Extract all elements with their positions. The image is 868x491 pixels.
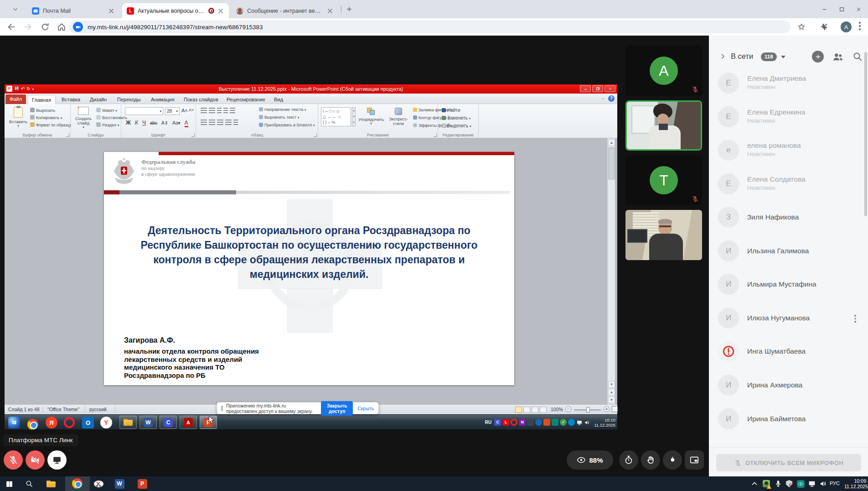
scroll-up-icon[interactable]: ▲: [608, 139, 615, 146]
forward-icon[interactable]: [23, 22, 33, 32]
ribbon-tab-insert[interactable]: Вставка: [57, 95, 84, 104]
picture-in-picture-button[interactable]: [685, 450, 704, 470]
ppt-minimize-icon[interactable]: [580, 85, 591, 92]
raise-hand-button[interactable]: [641, 450, 660, 470]
participant-row[interactable]: Е Елена Едренкина Неактивен: [709, 105, 868, 131]
paragraph-dialog-launcher[interactable]: [314, 134, 317, 137]
ribbon-tab-transitions[interactable]: Переходы: [113, 95, 145, 104]
cut-button[interactable]: Вырезать: [30, 108, 55, 113]
ppt-close-icon[interactable]: [604, 85, 615, 92]
participant-row[interactable]: И Ирина Ахмерова: [709, 373, 868, 399]
viewers-stats-pill[interactable]: 88%: [567, 450, 613, 470]
participant-row[interactable]: И Ильмира Мустафина: [709, 272, 868, 298]
copy-button[interactable]: Копировать ▾: [30, 115, 62, 120]
quick-access-toolbar[interactable]: P ↶ ↻ ▾: [6, 86, 34, 93]
new-tab-button[interactable]: [346, 5, 353, 13]
home-icon[interactable]: [57, 22, 67, 32]
search-participants-icon[interactable]: [852, 51, 863, 62]
tray-network-icon[interactable]: [808, 480, 816, 488]
tray-app3-icon[interactable]: [543, 419, 550, 426]
undo-icon[interactable]: ↶: [21, 86, 25, 93]
video-tile-participant-office[interactable]: [625, 210, 702, 260]
ribbon-tab-design[interactable]: Дизайн: [86, 95, 111, 104]
quick-styles-button[interactable]: Экспресс-стили: [385, 108, 412, 126]
ribbon-tab-home[interactable]: Главная: [27, 95, 56, 104]
replace-button[interactable]: Заменить ▾: [442, 115, 470, 120]
notice-drag-handle[interactable]: [221, 406, 223, 411]
slide-sorter-view-button[interactable]: [523, 407, 530, 413]
opera-taskbar-icon[interactable]: [64, 417, 75, 428]
tray-network-icon[interactable]: [576, 419, 583, 426]
scroll-thumb[interactable]: [608, 147, 615, 179]
tray-defender-icon[interactable]: ✕: [785, 480, 793, 488]
address-bar[interactable]: my.mts-link.ru/j/49829011/7136248397/str…: [69, 21, 790, 33]
smartart-button[interactable]: Преобразовать в SmartArt ▾: [259, 123, 315, 127]
people-icon[interactable]: [832, 51, 844, 63]
layout-button[interactable]: Макет ▾: [96, 108, 117, 113]
text-direction-button[interactable]: Направление текста ▾: [259, 107, 306, 112]
mute-all-button[interactable]: ОТКЛЮЧИТЬ ВСЕМ МИКРОФОН: [716, 454, 861, 471]
participant-row[interactable]: И Ильзина Галимова: [709, 239, 868, 265]
taskbar-chrome-icon[interactable]: [72, 478, 83, 489]
participant-row[interactable]: Е Елена Дмитриева Неактивен: [709, 71, 868, 97]
ribbon-tab-view[interactable]: Вид: [270, 95, 287, 104]
tab-close-icon[interactable]: [108, 7, 115, 15]
ribbon-tab-animation[interactable]: Анимация: [147, 95, 179, 104]
browser-menu-icon[interactable]: [859, 22, 861, 32]
tray-volume-icon[interactable]: [819, 480, 827, 488]
arrange-button[interactable]: Упорядочить▾: [358, 108, 384, 125]
font-style-buttons[interactable]: ЖКЧabcA⇕Аа▾А: [126, 120, 192, 127]
tray-notion-icon[interactable]: N: [519, 419, 526, 426]
participant-row[interactable]: З Зиля Нафикова: [709, 205, 868, 231]
online-label[interactable]: В сети: [731, 52, 753, 61]
online-dropdown-caret-icon[interactable]: [781, 56, 785, 58]
inner-language-indicator[interactable]: RU: [485, 420, 491, 425]
tray-expand-icon[interactable]: [750, 480, 759, 488]
screen-share-button[interactable]: [47, 450, 67, 470]
paste-button[interactable]: Вставить▾: [8, 107, 28, 128]
outlook-taskbar-icon[interactable]: O: [82, 417, 94, 428]
start-button-icon[interactable]: [4, 478, 15, 489]
panel-scrollbar[interactable]: [864, 52, 867, 216]
zoom-slider-thumb[interactable]: [586, 407, 590, 413]
find-button[interactable]: Найти: [442, 108, 460, 113]
format-painter-button[interactable]: Формат по образцу: [30, 122, 71, 127]
help-icon[interactable]: ?: [608, 95, 615, 102]
tray-eye-icon[interactable]: [796, 480, 805, 488]
slideshow-view-button[interactable]: [540, 407, 547, 413]
ribbon-tab-review[interactable]: Рецензирование: [222, 95, 269, 104]
participant-row[interactable]: Инга Шуматбаева: [709, 340, 868, 365]
participant-row[interactable]: И Ирина Байметова: [709, 407, 868, 433]
back-icon[interactable]: [6, 22, 16, 32]
taskbar-explorer-icon[interactable]: [46, 478, 57, 489]
clipboard-dialog-launcher[interactable]: [66, 134, 69, 137]
tray-mts-link-icon[interactable]: L: [502, 419, 509, 426]
invite-participant-icon[interactable]: [812, 51, 824, 63]
section-button[interactable]: Раздел ▾: [96, 122, 119, 127]
window-minimize-icon[interactable]: [822, 6, 827, 12]
zoom-in-icon[interactable]: +: [604, 406, 610, 412]
yandex-browser-taskbar-icon[interactable]: Y: [100, 417, 112, 428]
taskbar-clock[interactable]: 10:09 11.12.2025: [844, 478, 866, 489]
tray-opera-icon[interactable]: [511, 419, 517, 426]
redo-icon[interactable]: ↻: [26, 86, 30, 93]
tab-close-icon[interactable]: [326, 7, 334, 15]
consultant-taskbar-icon[interactable]: C: [160, 416, 177, 429]
window-close-icon[interactable]: [856, 6, 862, 12]
taskbar-snipping-icon[interactable]: [93, 478, 104, 489]
shrink-font-icon[interactable]: A˅: [189, 108, 194, 112]
bookmark-star-icon[interactable]: [797, 22, 806, 31]
participant-menu-icon[interactable]: [854, 315, 856, 323]
camera-off-button[interactable]: [26, 450, 45, 470]
new-slide-button[interactable]: ✶ Создать слайд▾: [72, 107, 94, 129]
tray-remote-icon[interactable]: [552, 419, 558, 426]
qat-dropdown-icon[interactable]: ▾: [32, 86, 34, 93]
list-indent-buttons[interactable]: [201, 108, 237, 114]
fit-to-window-icon[interactable]: [612, 406, 618, 412]
tray-antivirus-icon[interactable]: ✓: [560, 419, 567, 426]
tab-mts-link-active[interactable]: L Актуальные вопросы обра: [122, 3, 229, 18]
reactions-button[interactable]: [663, 450, 682, 470]
reading-view-button[interactable]: [532, 407, 538, 413]
alignment-buttons[interactable]: [201, 120, 240, 126]
align-text-button[interactable]: Выровнять текст ▾: [259, 115, 299, 120]
